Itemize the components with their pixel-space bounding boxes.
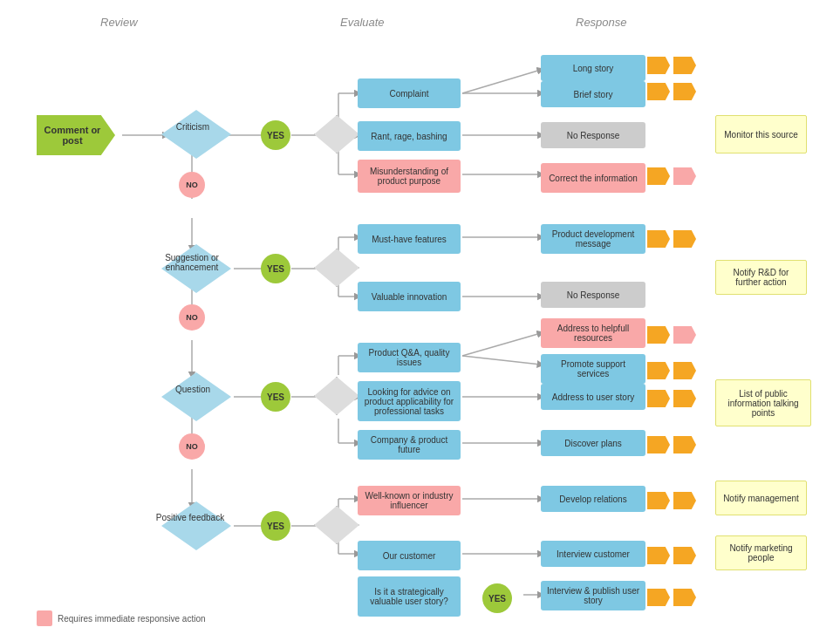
note-monitor-source: Monitor this source [715, 115, 807, 153]
resp-promote-support: Promote support services [541, 354, 645, 384]
input-rant: Rant, rage, bashing [358, 121, 461, 151]
legend-pink-box [37, 610, 52, 626]
no-circle-2: NO [179, 304, 205, 331]
input-misunderstanding: Misunderstanding of product purpose [358, 160, 461, 193]
resp-address-helpfull: Address to helpfull resources [541, 318, 645, 348]
note-notify-rd: Notify R&D for further action [715, 260, 807, 295]
label-criticism: Criticism [154, 122, 232, 132]
icon-correctinfo [647, 167, 696, 185]
resp-no-response-1: No Response [541, 122, 645, 148]
input-valuable: Valuable innovation [358, 282, 461, 311]
label-suggestion: Suggestion or enhancement [143, 253, 241, 272]
resp-product-dev: Product development message [541, 224, 645, 254]
header-response: Response [576, 16, 627, 29]
eval-diamond-2 [314, 249, 359, 287]
label-question: Question [154, 385, 232, 394]
icon-helpfull [647, 326, 696, 344]
note-notify-marketing: Notify marketing people [715, 535, 807, 570]
header-evaluate: Evaluate [340, 16, 385, 29]
diagram-container: Review Evaluate Response [0, 0, 840, 641]
input-ourcustomer: Our customer [358, 541, 461, 570]
icon-discoverplans [647, 436, 696, 453]
input-advice: Looking for advice on product applicabil… [358, 381, 461, 421]
icon-productdev [647, 230, 696, 248]
icon-interviewcustomer [647, 547, 696, 564]
input-strategic: Is it a strategically valuable user stor… [358, 576, 461, 617]
note-list-public: List of public information talking point… [715, 379, 811, 426]
no-circle-1: NO [179, 172, 205, 198]
icon-briefstory [647, 83, 696, 100]
input-productqa: Product Q&A, quality issues [358, 343, 461, 372]
svg-line-31 [462, 333, 541, 356]
resp-develop-relations: Develop relations [541, 486, 645, 512]
icon-interviewpublish [647, 589, 696, 606]
diamond-criticism [161, 110, 231, 159]
resp-discover-plans: Discover plans [541, 430, 645, 456]
diamond-positive [161, 501, 231, 550]
resp-address-userstory: Address to user story [541, 384, 645, 410]
input-wellknown: Well-known or industry influencer [358, 486, 461, 515]
eval-diamond-3 [314, 377, 359, 415]
icon-longstory [647, 57, 696, 74]
start-node: Comment or post [37, 115, 115, 155]
resp-correct-info: Correct the information [541, 163, 645, 193]
input-company: Company & product future [358, 430, 461, 460]
yes-circle-3: YES [261, 382, 290, 412]
icon-addressuserstory [647, 390, 696, 407]
no-circle-3: NO [179, 433, 205, 460]
note-notify-management: Notify management [715, 481, 807, 515]
input-complaint: Complaint [358, 78, 461, 108]
resp-interview-publish: Interview & publish user story [541, 581, 645, 610]
header-review: Review [100, 16, 138, 29]
yes-circle-2: YES [261, 254, 290, 283]
yes-circle-4: YES [261, 511, 290, 541]
resp-brief-story: Brief story [541, 81, 645, 107]
icon-developrelations [647, 492, 696, 509]
resp-long-story: Long story [541, 55, 645, 81]
yes-circle-5: YES [482, 583, 512, 613]
svg-line-32 [462, 356, 541, 365]
diamond-question [161, 372, 231, 421]
svg-line-8 [462, 70, 541, 93]
resp-interview-customer: Interview customer [541, 541, 645, 567]
icon-promotesupport [647, 362, 696, 379]
legend: Requires immediate responsive action [37, 610, 206, 626]
input-musthave: Must-have features [358, 224, 461, 254]
eval-diamond-1 [314, 115, 359, 153]
label-positive: Positive feedback [141, 513, 239, 522]
yes-circle-1: YES [261, 120, 290, 150]
resp-no-response-2: No Response [541, 282, 645, 308]
eval-diamond-4 [314, 506, 359, 544]
